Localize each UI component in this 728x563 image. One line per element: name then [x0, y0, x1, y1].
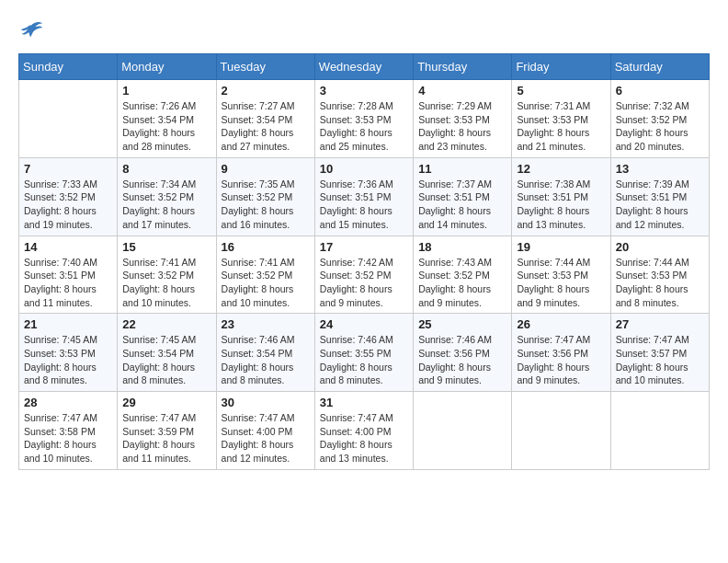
weekday-header-thursday: Thursday: [414, 54, 512, 80]
day-info: Sunrise: 7:44 AM Sunset: 3:53 PM Dayligh…: [616, 256, 704, 310]
logo-icon: [18, 18, 44, 44]
calendar-cell: 7Sunrise: 7:33 AM Sunset: 3:52 PM Daylig…: [19, 157, 118, 236]
day-number: 27: [616, 317, 704, 331]
day-info: Sunrise: 7:40 AM Sunset: 3:51 PM Dayligh…: [24, 256, 112, 310]
calendar-cell: 20Sunrise: 7:44 AM Sunset: 3:53 PM Dayli…: [610, 236, 709, 314]
calendar-week-row: 14Sunrise: 7:40 AM Sunset: 3:51 PM Dayli…: [19, 236, 710, 314]
day-info: Sunrise: 7:45 AM Sunset: 3:53 PM Dayligh…: [24, 333, 112, 387]
day-number: 19: [517, 240, 605, 254]
day-number: 14: [24, 240, 112, 254]
day-info: Sunrise: 7:47 AM Sunset: 3:58 PM Dayligh…: [24, 411, 112, 465]
calendar-cell: 15Sunrise: 7:41 AM Sunset: 3:52 PM Dayli…: [118, 236, 216, 314]
day-info: Sunrise: 7:38 AM Sunset: 3:51 PM Dayligh…: [517, 178, 605, 232]
calendar-cell: 28Sunrise: 7:47 AM Sunset: 3:58 PM Dayli…: [19, 392, 118, 470]
day-info: Sunrise: 7:46 AM Sunset: 3:55 PM Dayligh…: [320, 333, 408, 387]
calendar-cell: 30Sunrise: 7:47 AM Sunset: 4:00 PM Dayli…: [216, 392, 314, 470]
day-info: Sunrise: 7:34 AM Sunset: 3:52 PM Dayligh…: [122, 178, 210, 232]
day-info: Sunrise: 7:31 AM Sunset: 3:53 PM Dayligh…: [517, 99, 605, 154]
calendar-cell: 10Sunrise: 7:36 AM Sunset: 3:51 PM Dayli…: [314, 157, 413, 236]
day-info: Sunrise: 7:26 AM Sunset: 3:54 PM Dayligh…: [122, 99, 210, 154]
day-info: Sunrise: 7:46 AM Sunset: 3:54 PM Dayligh…: [222, 333, 310, 387]
logo: [18, 18, 48, 44]
day-number: 29: [122, 396, 210, 409]
calendar-cell: 3Sunrise: 7:28 AM Sunset: 3:53 PM Daylig…: [314, 80, 413, 158]
day-number: 1: [122, 84, 210, 98]
day-number: 31: [320, 396, 408, 409]
day-info: Sunrise: 7:44 AM Sunset: 3:53 PM Dayligh…: [517, 256, 605, 310]
day-info: Sunrise: 7:47 AM Sunset: 3:57 PM Dayligh…: [616, 333, 704, 387]
calendar-cell: 12Sunrise: 7:38 AM Sunset: 3:51 PM Dayli…: [512, 157, 610, 236]
calendar-cell: 17Sunrise: 7:42 AM Sunset: 3:52 PM Dayli…: [314, 236, 413, 314]
day-number: 20: [616, 240, 704, 254]
page-header: [18, 18, 710, 44]
calendar-cell: 29Sunrise: 7:47 AM Sunset: 3:59 PM Dayli…: [118, 392, 216, 470]
day-info: Sunrise: 7:42 AM Sunset: 3:52 PM Dayligh…: [320, 256, 408, 310]
day-info: Sunrise: 7:28 AM Sunset: 3:53 PM Dayligh…: [320, 99, 408, 154]
day-number: 24: [320, 317, 408, 331]
day-info: Sunrise: 7:47 AM Sunset: 3:56 PM Dayligh…: [517, 333, 605, 387]
weekday-header-monday: Monday: [118, 54, 216, 80]
day-info: Sunrise: 7:43 AM Sunset: 3:52 PM Dayligh…: [418, 256, 506, 310]
day-number: 30: [222, 396, 310, 409]
day-number: 6: [616, 84, 704, 98]
day-info: Sunrise: 7:29 AM Sunset: 3:53 PM Dayligh…: [418, 99, 506, 154]
day-number: 5: [517, 84, 605, 98]
weekday-header-wednesday: Wednesday: [314, 54, 413, 80]
day-info: Sunrise: 7:37 AM Sunset: 3:51 PM Dayligh…: [418, 178, 506, 232]
day-number: 21: [24, 317, 112, 331]
calendar-week-row: 7Sunrise: 7:33 AM Sunset: 3:52 PM Daylig…: [19, 157, 710, 236]
day-number: 15: [122, 240, 210, 254]
calendar-cell: 25Sunrise: 7:46 AM Sunset: 3:56 PM Dayli…: [414, 314, 512, 392]
weekday-header-sunday: Sunday: [19, 54, 118, 80]
day-number: 11: [418, 162, 506, 176]
calendar-cell: 27Sunrise: 7:47 AM Sunset: 3:57 PM Dayli…: [610, 314, 709, 392]
day-info: Sunrise: 7:45 AM Sunset: 3:54 PM Dayligh…: [122, 333, 210, 387]
day-number: 10: [320, 162, 408, 176]
day-number: 25: [418, 317, 506, 331]
day-info: Sunrise: 7:46 AM Sunset: 3:56 PM Dayligh…: [418, 333, 506, 387]
weekday-header-friday: Friday: [512, 54, 610, 80]
calendar-cell: 11Sunrise: 7:37 AM Sunset: 3:51 PM Dayli…: [414, 157, 512, 236]
day-info: Sunrise: 7:32 AM Sunset: 3:52 PM Dayligh…: [616, 99, 704, 154]
calendar-cell: 8Sunrise: 7:34 AM Sunset: 3:52 PM Daylig…: [118, 157, 216, 236]
calendar-cell: 21Sunrise: 7:45 AM Sunset: 3:53 PM Dayli…: [19, 314, 118, 392]
calendar-cell: 6Sunrise: 7:32 AM Sunset: 3:52 PM Daylig…: [610, 80, 709, 158]
calendar-cell: 26Sunrise: 7:47 AM Sunset: 3:56 PM Dayli…: [512, 314, 610, 392]
day-info: Sunrise: 7:47 AM Sunset: 4:00 PM Dayligh…: [320, 411, 408, 465]
day-number: 9: [222, 162, 310, 176]
calendar-week-row: 28Sunrise: 7:47 AM Sunset: 3:58 PM Dayli…: [19, 392, 710, 470]
calendar-cell: [512, 392, 610, 470]
day-number: 23: [222, 317, 310, 331]
day-info: Sunrise: 7:47 AM Sunset: 4:00 PM Dayligh…: [222, 411, 310, 465]
day-number: 22: [122, 317, 210, 331]
weekday-header-tuesday: Tuesday: [216, 54, 314, 80]
calendar-cell: 4Sunrise: 7:29 AM Sunset: 3:53 PM Daylig…: [414, 80, 512, 158]
day-info: Sunrise: 7:39 AM Sunset: 3:51 PM Dayligh…: [616, 178, 704, 232]
day-number: 12: [517, 162, 605, 176]
day-info: Sunrise: 7:36 AM Sunset: 3:51 PM Dayligh…: [320, 178, 408, 232]
day-number: 4: [418, 84, 506, 98]
weekday-header-saturday: Saturday: [610, 54, 709, 80]
calendar-cell: 9Sunrise: 7:35 AM Sunset: 3:52 PM Daylig…: [216, 157, 314, 236]
day-number: 8: [122, 162, 210, 176]
day-number: 18: [418, 240, 506, 254]
day-number: 28: [24, 396, 112, 409]
calendar-cell: [610, 392, 709, 470]
calendar-cell: 22Sunrise: 7:45 AM Sunset: 3:54 PM Dayli…: [118, 314, 216, 392]
calendar-cell: 16Sunrise: 7:41 AM Sunset: 3:52 PM Dayli…: [216, 236, 314, 314]
calendar-cell: 1Sunrise: 7:26 AM Sunset: 3:54 PM Daylig…: [118, 80, 216, 158]
calendar-table: SundayMondayTuesdayWednesdayThursdayFrid…: [18, 53, 710, 470]
calendar-cell: 14Sunrise: 7:40 AM Sunset: 3:51 PM Dayli…: [19, 236, 118, 314]
calendar-cell: 31Sunrise: 7:47 AM Sunset: 4:00 PM Dayli…: [314, 392, 413, 470]
calendar-cell: 23Sunrise: 7:46 AM Sunset: 3:54 PM Dayli…: [216, 314, 314, 392]
day-info: Sunrise: 7:35 AM Sunset: 3:52 PM Dayligh…: [222, 178, 310, 232]
calendar-header-row: SundayMondayTuesdayWednesdayThursdayFrid…: [19, 54, 710, 80]
day-number: 7: [24, 162, 112, 176]
day-info: Sunrise: 7:41 AM Sunset: 3:52 PM Dayligh…: [122, 256, 210, 310]
calendar-week-row: 21Sunrise: 7:45 AM Sunset: 3:53 PM Dayli…: [19, 314, 710, 392]
calendar-week-row: 1Sunrise: 7:26 AM Sunset: 3:54 PM Daylig…: [19, 80, 710, 158]
day-info: Sunrise: 7:47 AM Sunset: 3:59 PM Dayligh…: [122, 411, 210, 465]
day-number: 17: [320, 240, 408, 254]
calendar-cell: 2Sunrise: 7:27 AM Sunset: 3:54 PM Daylig…: [216, 80, 314, 158]
day-info: Sunrise: 7:41 AM Sunset: 3:52 PM Dayligh…: [222, 256, 310, 310]
